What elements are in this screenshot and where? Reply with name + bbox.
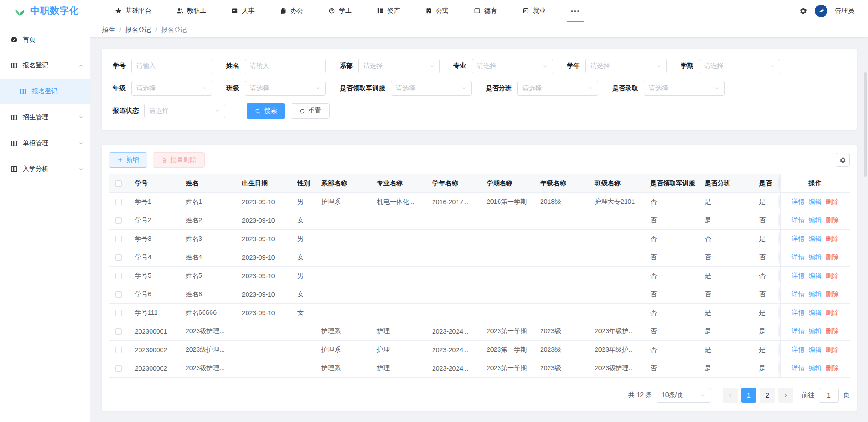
nav-item-student[interactable]: 学工	[316, 0, 364, 22]
detail-link[interactable]: 详情	[792, 198, 805, 206]
filter-control[interactable]: 请选择	[517, 81, 598, 96]
cell-student-no: 学号4	[131, 253, 182, 262]
table-row: 学号6 姓名6 2023-09-10 女 否 否 否	[109, 285, 850, 304]
edit-link[interactable]: 编辑	[809, 235, 822, 243]
reset-button[interactable]: 重置	[291, 103, 330, 119]
cell-admitted: 是	[755, 235, 772, 243]
row-checkbox[interactable]	[115, 347, 122, 353]
delete-link[interactable]: 删除	[826, 309, 839, 317]
delete-link[interactable]: 删除	[826, 272, 839, 280]
edit-link[interactable]: 编辑	[809, 364, 822, 373]
row-checkbox[interactable]	[115, 254, 122, 261]
detail-link[interactable]: 详情	[792, 346, 805, 354]
cell-uniform: 否	[646, 290, 701, 299]
avatar[interactable]	[815, 5, 827, 17]
gear-icon[interactable]	[799, 7, 808, 15]
edit-link[interactable]: 编辑	[809, 309, 822, 317]
breadcrumb-item[interactable]: 招生	[102, 26, 115, 34]
batch-delete-button[interactable]: 批量删除	[153, 152, 205, 168]
filter-control[interactable]: 请选择	[699, 59, 780, 73]
detail-link[interactable]: 详情	[792, 290, 805, 299]
search-button[interactable]: 搜索	[247, 103, 285, 119]
nav-item-staff[interactable]: 教职工	[164, 0, 219, 22]
cell-birthdate: 2023-09-10	[238, 309, 294, 317]
delete-link[interactable]: 删除	[826, 327, 839, 336]
nav-item-assets[interactable]: 资产	[364, 0, 413, 22]
breadcrumb-item[interactable]: 报名登记	[125, 26, 151, 34]
goto-page-input[interactable]: 1	[819, 388, 839, 403]
detail-link[interactable]: 详情	[792, 235, 805, 243]
row-checkbox[interactable]	[115, 365, 122, 372]
edit-link[interactable]: 编辑	[809, 253, 822, 262]
placeholder-text: 请选择	[136, 84, 156, 92]
sidebar-item-single-recruit[interactable]: 单招管理	[0, 130, 90, 156]
filter-control[interactable]: 请选择	[131, 81, 212, 96]
prev-page-button[interactable]	[723, 388, 738, 403]
row-checkbox[interactable]	[115, 328, 122, 335]
delete-link[interactable]: 删除	[826, 346, 839, 354]
next-page-button[interactable]	[778, 388, 793, 403]
filter-label: 姓名	[226, 62, 239, 70]
row-checkbox[interactable]	[115, 310, 122, 316]
edit-link[interactable]: 编辑	[809, 198, 822, 206]
sidebar-subitem-registration[interactable]: 报名登记	[0, 79, 90, 104]
chevron-left-icon	[728, 392, 733, 398]
nav-item-employment[interactable]: 就业	[510, 0, 558, 22]
placeholder-text: 请输入	[136, 62, 156, 70]
add-button[interactable]: 新增	[109, 152, 147, 168]
users-icon	[176, 7, 183, 14]
filter-control[interactable]: 请输入	[245, 59, 326, 73]
row-checkbox[interactable]	[115, 199, 122, 205]
cell-uniform: 否	[646, 198, 701, 206]
detail-link[interactable]: 详情	[792, 327, 805, 336]
chevron-down-icon	[770, 63, 775, 69]
delete-link[interactable]: 删除	[826, 290, 839, 299]
table-row: 202300002 2023级护理... 护理系 护理 2023-2024...…	[109, 341, 850, 359]
filter-control[interactable]: 请选择	[644, 81, 725, 96]
detail-link[interactable]: 详情	[792, 272, 805, 280]
nav-item-office[interactable]: 办公	[267, 0, 316, 22]
nav-item-hr[interactable]: 人事	[219, 0, 267, 22]
row-checkbox[interactable]	[115, 291, 122, 298]
delete-link[interactable]: 删除	[826, 235, 839, 243]
edit-link[interactable]: 编辑	[809, 346, 822, 354]
delete-link[interactable]: 删除	[826, 198, 839, 206]
edit-link[interactable]: 编辑	[809, 290, 822, 299]
nav-item-more[interactable]: •••	[558, 0, 593, 22]
column-settings-button[interactable]	[836, 153, 850, 167]
sidebar-item-registration[interactable]: 报名登记	[0, 53, 90, 79]
edit-link[interactable]: 编辑	[809, 327, 822, 336]
detail-link[interactable]: 详情	[792, 364, 805, 373]
sidebar-item-home[interactable]: 首页	[0, 27, 90, 53]
filter-label: 是否领取军训服	[340, 84, 385, 92]
page-size-select[interactable]: 10条/页	[657, 388, 711, 403]
edit-link[interactable]: 编辑	[809, 272, 822, 280]
nav-item-platform[interactable]: 基础平台	[102, 0, 164, 22]
filter-control[interactable]: 请选择	[245, 81, 326, 96]
page-number-button[interactable]: 2	[760, 388, 775, 403]
filter-control[interactable]: 请选择	[358, 59, 440, 73]
nav-item-moral[interactable]: 德育	[461, 0, 510, 22]
detail-link[interactable]: 详情	[792, 253, 805, 262]
row-checkbox[interactable]	[115, 236, 122, 242]
filter-control[interactable]: 请输入	[131, 59, 212, 73]
copy-icon	[280, 7, 287, 14]
delete-link[interactable]: 删除	[826, 253, 839, 262]
nav-item-apartment[interactable]: 公寓	[413, 0, 461, 22]
page-scrollbar-thumb[interactable]	[864, 72, 867, 177]
filter-control[interactable]: 请选择	[585, 59, 667, 73]
filter-control[interactable]: 请选择	[391, 81, 472, 96]
sidebar-item-admissions[interactable]: 招生管理	[0, 104, 90, 130]
filter-control[interactable]: 请选择	[144, 104, 225, 118]
edit-link[interactable]: 编辑	[809, 216, 822, 225]
detail-link[interactable]: 详情	[792, 216, 805, 225]
filter-control[interactable]: 请选择	[472, 59, 553, 73]
row-checkbox[interactable]	[115, 273, 122, 279]
sidebar-item-enrollment-analysis[interactable]: 入学分析	[0, 156, 90, 182]
page-number-button[interactable]: 1	[741, 388, 756, 403]
select-all-checkbox[interactable]	[115, 180, 122, 187]
delete-link[interactable]: 删除	[826, 364, 839, 373]
row-checkbox[interactable]	[115, 217, 122, 224]
detail-link[interactable]: 详情	[792, 309, 805, 317]
delete-link[interactable]: 删除	[826, 216, 839, 225]
